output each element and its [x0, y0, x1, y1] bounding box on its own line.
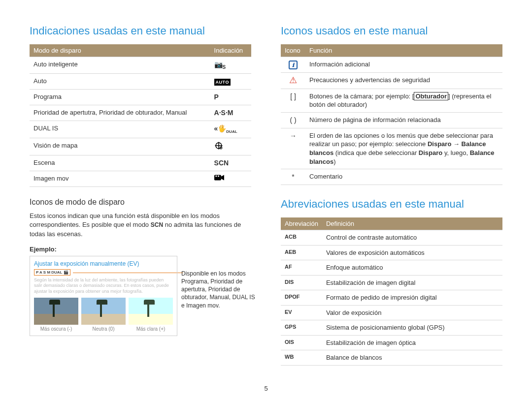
table-row: GPSSistema de posicionamiento global (GP… [281, 320, 502, 336]
page-number: 5 [264, 385, 267, 392]
svg-rect-4 [214, 175, 221, 181]
example-blurred-text: Según la intensidad de la luz del ambien… [34, 278, 173, 295]
table-row: Visión de mapa [30, 138, 251, 155]
table-row: Prioridad de apertutra, Prioridad de obt… [30, 105, 251, 121]
info-icon: ℹ [289, 61, 298, 69]
th-icon: Icono [281, 44, 305, 57]
table-row: Programa P [30, 90, 251, 105]
table-row: DPOFFormato de pedido de impresión digit… [281, 290, 502, 306]
right-column: Iconos usados en este manual Icono Funci… [281, 25, 502, 366]
th-function: Función [305, 44, 502, 57]
brackets-icon: [ ] [281, 89, 305, 112]
asm-icon: A·S·M [210, 105, 251, 121]
svg-point-5 [215, 176, 217, 177]
abbr-table: Abreviación Definición ACBControl de con… [281, 217, 502, 366]
svg-point-6 [217, 176, 219, 177]
table-row: DUAL IS «🖐DUAL [30, 121, 251, 138]
left-column: Indicaciones usadas en este manual Modo … [30, 25, 251, 366]
arrow-icon: → [281, 128, 305, 169]
example-title: Ajustar la exposición manualmente (EV) [34, 260, 173, 267]
table-row: EVValor de exposición [281, 305, 502, 320]
brackets-desc: Botones de la cámara; por ejemplo: [Obtu… [305, 89, 502, 112]
icons-heading: Iconos usados en este manual [281, 25, 502, 37]
example-thumbs: Más oscura (-) Neutra (0) Más clara (+) [34, 298, 173, 332]
example-box: Ajustar la exposición manualmente (EV) P… [30, 256, 177, 336]
parens-icon: ( ) [281, 112, 305, 128]
thumb-img-brighter [129, 298, 173, 325]
example-mode-strip: P A S M DUAL 🎬 [34, 269, 70, 276]
table-row: WBBalance de blancos [281, 350, 502, 366]
th-def: Definición [322, 217, 502, 230]
table-row: → El orden de las opciones o los menús q… [281, 128, 502, 169]
asterisk-icon: * [281, 169, 305, 185]
warning-icon: ⚠ [289, 76, 297, 85]
indications-heading: Indicaciones usadas en este manual [30, 25, 251, 37]
thumb-img-darker [34, 298, 78, 325]
thumb-brighter: Más clara (+) [129, 298, 173, 332]
th-indication: Indicación [210, 44, 251, 57]
shooting-icons-desc: Estos iconos indican que una función est… [30, 212, 251, 239]
table-row: AEBValores de exposición automáticos [281, 245, 502, 260]
th-abbr: Abreviación [281, 217, 322, 230]
table-row: AFEnfoque automático [281, 260, 502, 276]
dual-is-icon: «🖐DUAL [210, 121, 251, 138]
table-row: OISEstabilización de imagen óptica [281, 335, 502, 350]
table-row: ACBControl de contraste automático [281, 230, 502, 245]
th-mode: Modo de disparo [30, 44, 210, 57]
smart-auto-icon: 📷S [210, 57, 251, 74]
table-row: Imagen mov [30, 171, 251, 187]
thumb-neutral: Neutra (0) [81, 298, 126, 332]
example-label: Ejemplo: [30, 246, 251, 253]
table-row: ℹ Información adicional [281, 57, 502, 73]
table-row: [ ] Botones de la cámara; por ejemplo: [… [281, 89, 502, 112]
icons-table: Icono Función ℹ Información adicional ⚠ … [281, 44, 502, 185]
arrow-desc: El orden de las opciones o los menús que… [305, 128, 502, 169]
shooting-icons-subheading: Iconos de modo de disparo [30, 198, 251, 207]
example-wrapper: Ajustar la exposición manualmente (EV) P… [30, 256, 251, 336]
abbr-heading: Abreviaciones usadas en este manual [281, 198, 502, 211]
table-row: Auto AUTO [30, 74, 251, 90]
example-callout: Disponible en los modos Programa, Priori… [181, 270, 255, 309]
table-row: ⚠ Precauciones y advertencias de segurid… [281, 73, 502, 89]
map-view-icon [210, 138, 251, 155]
movie-icon [210, 171, 251, 187]
table-row: * Comentario [281, 169, 502, 185]
scene-icon: SCN [210, 155, 251, 171]
auto-icon: AUTO [214, 79, 231, 86]
table-row: Escena SCN [30, 155, 251, 171]
thumb-darker: Más oscura (-) [34, 298, 78, 332]
scn-inline-icon: SCN [151, 221, 163, 228]
table-row: DISEstabilización de imagen digital [281, 275, 502, 290]
program-icon: P [210, 90, 251, 105]
shooting-mode-table: Modo de disparo Indicación Auto intelige… [30, 44, 251, 187]
table-row: Auto inteligente 📷S [30, 57, 251, 74]
thumb-img-neutral [81, 298, 126, 325]
table-row: ( ) Número de página de información rela… [281, 112, 502, 128]
